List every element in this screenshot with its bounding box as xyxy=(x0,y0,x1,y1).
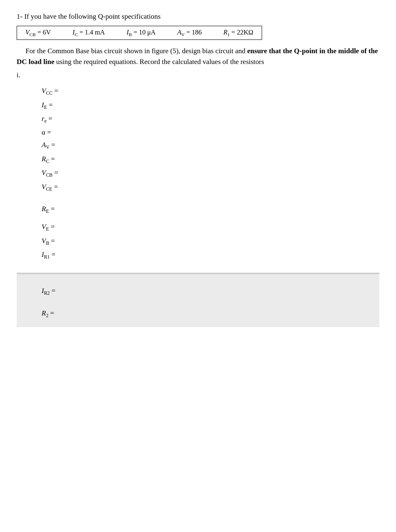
problem-number: 1- xyxy=(17,12,22,20)
bold-text: ensure that the Q-point in the middle of… xyxy=(17,47,378,66)
specs-row: VCB = 6V IC = 1.4 mA IB = 10 μA AV = 186… xyxy=(25,29,253,37)
var-ir2-label: IR2 = xyxy=(42,287,79,296)
var-rc: RC = xyxy=(42,155,379,165)
spec-r1: R1 = 22KΩ xyxy=(218,29,253,37)
spec-ib: IB = 10 μA xyxy=(121,29,156,37)
var-vce-label: VCE = xyxy=(42,183,79,192)
var-av-label: AV = xyxy=(42,141,79,150)
var-vb: VB = xyxy=(42,237,379,246)
var-r2: R2 = xyxy=(42,309,379,319)
spec-av: AV = 186 xyxy=(172,29,202,37)
var-vcb-label: VCB = xyxy=(42,169,79,178)
var-re-label: RE = xyxy=(42,205,79,214)
var-re: RE = xyxy=(42,205,379,214)
problem-title: If you have the following Q-point specif… xyxy=(24,12,161,20)
var-r2-label: R2 = xyxy=(42,309,79,319)
var-ir1-label: IR1 = xyxy=(42,251,79,260)
specs-table: VCB = 6V IC = 1.4 mA IB = 10 μA AV = 186… xyxy=(17,26,262,40)
page-content: 1- If you have the following Q-point spe… xyxy=(17,12,379,327)
variables-section-1: VCC = IE = re = α = AV = RC = xyxy=(17,87,379,192)
var-vce: VCE = xyxy=(42,183,379,192)
var-ie-label: IE = xyxy=(42,101,79,111)
problem-heading: 1- If you have the following Q-point spe… xyxy=(17,12,379,21)
var-ve: VE = xyxy=(42,223,379,232)
part-label: i. xyxy=(17,71,379,79)
var-re-small: re = xyxy=(42,115,379,124)
var-alpha-label: α = xyxy=(42,128,79,137)
var-vb-label: VB = xyxy=(42,237,79,246)
var-av: AV = xyxy=(42,141,379,150)
var-ve-label: VE = xyxy=(42,223,79,232)
var-re-small-label: re = xyxy=(42,115,79,124)
variables-section-2: RE = xyxy=(17,205,379,214)
var-alpha: α = xyxy=(42,128,379,137)
var-ir1: IR1 = xyxy=(42,251,379,260)
var-ir2: IR2 = xyxy=(42,287,379,296)
var-vcb: VCB = xyxy=(42,169,379,178)
var-vcc: VCC = xyxy=(42,87,379,96)
spec-vcb: VCB = 6V xyxy=(25,29,51,37)
variables-section-3: VE = VB = IR1 = xyxy=(17,223,379,260)
var-rc-label: RC = xyxy=(42,155,79,165)
description-paragraph: For the Common Base bias circuit shown i… xyxy=(17,46,379,67)
gray-section: IR2 = R2 = xyxy=(17,274,379,327)
var-vcc-label: VCC = xyxy=(42,87,79,96)
var-ie: IE = xyxy=(42,101,379,111)
spec-ic: IC = 1.4 mA xyxy=(67,29,105,37)
